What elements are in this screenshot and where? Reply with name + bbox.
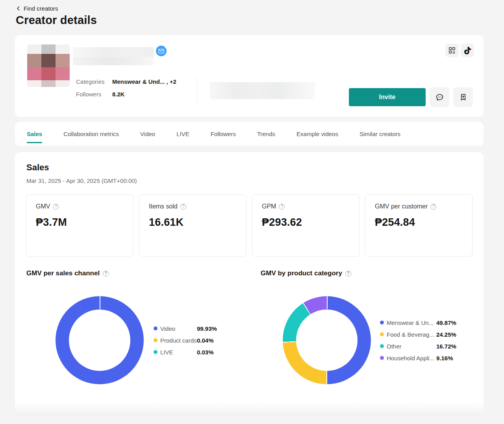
help-icon[interactable] <box>279 204 285 210</box>
legend-label: Other <box>387 343 436 350</box>
legend-label: Menswear & Un... <box>387 319 436 326</box>
envelope-glyph <box>158 49 164 53</box>
email-icon[interactable] <box>156 46 167 56</box>
legend-label: Product cards <box>160 337 197 344</box>
chart-legend-product-category: Menswear & Un...49.87%Food & Beverag...2… <box>380 317 456 364</box>
legend-dot <box>380 332 384 336</box>
tab-collaboration-metrics[interactable]: Collaboration metrics <box>63 122 119 146</box>
categories-value: Menswear & Und... , +2 <box>112 78 176 85</box>
legend-dot <box>380 356 384 360</box>
chart-title-product-category: GMV by product category <box>261 269 351 277</box>
legend-item-video: Video99.93% <box>154 323 217 334</box>
followers-value: 8.2K <box>112 91 125 98</box>
avatar-pixel <box>56 67 70 80</box>
legend-value: 49.87% <box>436 319 456 326</box>
categories-label: Categories <box>76 78 112 85</box>
help-icon[interactable] <box>345 271 351 277</box>
avatar-pixel <box>56 44 70 54</box>
metric-card-gpm: GPM₱293.62 <box>252 194 359 256</box>
qr-code-button[interactable] <box>445 44 459 57</box>
tab-followers[interactable]: Followers <box>211 122 236 146</box>
legend-value: 99.93% <box>197 325 217 332</box>
tabs-list: SalesCollaboration metricsVideoLIVEFollo… <box>15 122 484 146</box>
redacted-stats-block <box>210 82 315 99</box>
followers-label: Followers <box>76 91 112 98</box>
bookmark-plus-icon <box>459 93 467 101</box>
creator-details-page: Find creators Creator details Categories… <box>0 0 504 424</box>
topbar: Find creators Creator details <box>0 0 504 27</box>
qr-code-icon <box>448 47 456 54</box>
redacted-creator-name <box>73 47 154 57</box>
sales-section-title: Sales <box>26 162 49 173</box>
metric-card-gmv: GMV₱3.7M <box>26 194 133 256</box>
sales-panel: Sales Mar 31, 2025 - Apr 30, 2025 (GMT+0… <box>15 152 484 416</box>
help-icon[interactable] <box>430 204 436 210</box>
metric-cards-row: GMV₱3.7MItems sold16.61KGPM₱293.62GMV pe… <box>26 194 472 256</box>
metric-value: 16.61K <box>149 216 237 229</box>
invite-button[interactable]: Invite <box>349 88 426 106</box>
metric-card-items-sold: Items sold16.61K <box>139 194 246 256</box>
tab-similar-creators[interactable]: Similar creators <box>359 122 400 146</box>
avatar-pixel <box>27 54 41 68</box>
legend-label: Video <box>160 325 197 332</box>
legend-dot <box>154 350 158 354</box>
avatar-pixel <box>41 80 56 87</box>
followers-row: Followers 8.2K <box>76 91 125 98</box>
legend-item-product-cards: Product cards0.04% <box>154 334 217 346</box>
tab-example-videos[interactable]: Example videos <box>296 122 338 146</box>
tab-video[interactable]: Video <box>140 122 155 146</box>
tiktok-profile-button[interactable] <box>461 44 474 57</box>
help-icon[interactable] <box>180 204 186 210</box>
bookmark-button[interactable] <box>453 87 473 107</box>
categories-row: Categories Menswear & Und... , +2 <box>76 78 176 85</box>
metric-value: ₱293.62 <box>262 216 350 229</box>
tabs-bar: SalesCollaboration metricsVideoLIVEFollo… <box>15 122 484 146</box>
chevron-left-icon <box>16 6 21 11</box>
legend-label: LIVE <box>160 349 197 356</box>
legend-item-live: LIVE0.03% <box>154 346 217 358</box>
chart-title-sales-channel: GMV per sales channel <box>26 269 109 277</box>
tab-trends[interactable]: Trends <box>257 122 275 146</box>
help-icon[interactable] <box>53 204 59 210</box>
chart-legend-sales-channel: Video99.93%Product cards0.04%LIVE0.03% <box>154 323 217 358</box>
donut-chart-product-category <box>283 296 371 384</box>
avatar-pixel <box>41 54 56 68</box>
avatar-pixel <box>41 44 56 54</box>
legend-value: 24.25% <box>436 331 456 338</box>
chat-bubble-icon <box>435 93 444 102</box>
back-link[interactable]: Find creators <box>16 5 58 12</box>
avatar-pixel <box>27 44 41 54</box>
legend-item-menswear-un: Menswear & Un...49.87% <box>380 317 456 328</box>
creator-card: Categories Menswear & Und... , +2 Follow… <box>15 35 484 117</box>
legend-value: 0.04% <box>197 337 214 344</box>
legend-item-food-beverag: Food & Beverag...24.25% <box>380 328 456 340</box>
legend-label: Household Appli... <box>387 355 436 361</box>
tab-live[interactable]: LIVE <box>176 122 189 146</box>
legend-label: Food & Beverag... <box>387 331 436 338</box>
metric-label: GMV <box>36 203 50 210</box>
legend-item-other: Other16.72% <box>380 340 456 352</box>
legend-value: 9.16% <box>436 355 453 361</box>
legend-dot <box>154 326 158 330</box>
avatar-pixel <box>27 67 41 80</box>
metric-label: GMV per customer <box>375 203 428 210</box>
avatar <box>27 44 70 87</box>
vertical-divider <box>197 77 197 105</box>
legend-value: 16.72% <box>436 343 456 350</box>
corner-actions <box>445 44 474 57</box>
avatar-pixel <box>41 67 56 80</box>
avatar-pixel <box>56 80 70 87</box>
legend-item-household-appli: Household Appli...9.16% <box>380 352 456 364</box>
charts-row: GMV per sales channel Video99.93%Product… <box>15 267 484 416</box>
metric-value: ₱254.84 <box>375 216 463 229</box>
metric-value: ₱3.7M <box>36 216 124 229</box>
avatar-pixel <box>56 54 70 68</box>
legend-dot <box>380 344 384 348</box>
tab-sales[interactable]: Sales <box>27 122 42 146</box>
help-icon[interactable] <box>103 271 109 277</box>
metric-label: GPM <box>262 203 276 210</box>
message-button[interactable] <box>430 87 449 107</box>
metric-card-gmv-per-customer: GMV per customer₱254.84 <box>365 194 472 256</box>
legend-value: 0.03% <box>197 349 214 356</box>
redacted-creator-handle <box>73 57 154 65</box>
